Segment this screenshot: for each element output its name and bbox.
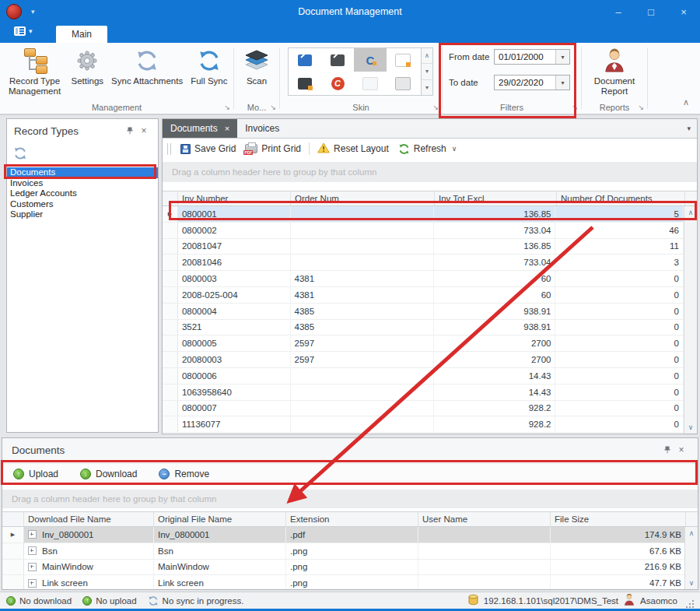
column-header-extension[interactable]: Extension bbox=[286, 512, 418, 526]
scroll-down-icon[interactable]: ∨ bbox=[688, 423, 694, 431]
group-by-panel[interactable]: Drag a column header here to group by th… bbox=[163, 162, 697, 182]
skin-tile-dark-orange-office[interactable] bbox=[289, 72, 321, 95]
pin-icon[interactable] bbox=[660, 446, 674, 454]
cell-order-num[interactable] bbox=[291, 206, 434, 222]
tab-invoices[interactable]: Invoices bbox=[237, 119, 287, 138]
cell-inv-number[interactable]: 0800002 bbox=[178, 223, 291, 238]
cell-inv-number[interactable]: 0800003 bbox=[178, 271, 291, 286]
skin-tile-blue-c-selected[interactable]: C bbox=[354, 48, 387, 72]
table-row[interactable]: ▶ 2008-025-004 4381 60 0 bbox=[163, 287, 684, 304]
to-date-value[interactable]: 29/02/2020 bbox=[495, 75, 555, 90]
cell-order-num[interactable]: 4381 bbox=[291, 271, 434, 286]
vertical-scrollbar[interactable]: ∧ ∨ bbox=[684, 527, 698, 589]
refresh-dropdown-icon[interactable]: ∨ bbox=[452, 145, 457, 153]
cell-user-name[interactable] bbox=[418, 543, 551, 559]
to-date-dropdown-icon[interactable]: ▾ bbox=[555, 75, 569, 90]
record-type-item[interactable]: Customers bbox=[7, 199, 158, 210]
app-menu-button[interactable]: ▾ bbox=[14, 26, 33, 36]
cell-number-of-documents[interactable]: 0 bbox=[555, 287, 684, 303]
cell-inv-number[interactable]: 20080003 bbox=[178, 352, 291, 367]
refresh-record-types-icon[interactable] bbox=[13, 146, 27, 160]
settings-button[interactable]: Settings bbox=[68, 46, 108, 97]
minimize-button[interactable]: – bbox=[602, 0, 635, 23]
cell-original-file-name[interactable]: MainWindow bbox=[154, 560, 286, 575]
cell-order-num[interactable]: 4381 bbox=[291, 287, 434, 303]
quick-access-caret-icon[interactable]: ▾ bbox=[31, 8, 35, 16]
expand-icon[interactable] bbox=[28, 563, 37, 571]
cell-order-num[interactable] bbox=[291, 255, 434, 270]
cell-number-of-documents[interactable]: 11 bbox=[555, 239, 684, 255]
cell-download-file-name[interactable]: Inv_0800001 bbox=[24, 527, 154, 543]
cell-file-size[interactable]: 216.9 KB bbox=[551, 560, 686, 575]
cell-inv-number[interactable]: 0800004 bbox=[178, 304, 291, 319]
cell-inv-tot-excl[interactable]: 2700 bbox=[434, 335, 556, 351]
cell-inv-tot-excl[interactable]: 733.04 bbox=[434, 223, 556, 238]
cell-file-size[interactable]: 47.7 KB bbox=[551, 575, 686, 590]
document-report-button[interactable]: Document Report bbox=[582, 46, 647, 97]
pin-icon[interactable] bbox=[123, 127, 137, 135]
cell-order-num[interactable]: 2597 bbox=[291, 335, 434, 351]
from-date-value[interactable]: 01/01/2000 bbox=[495, 50, 555, 64]
dialog-launcher-icon[interactable]: ↘ bbox=[224, 104, 230, 111]
column-header-inv-number[interactable]: Inv Number bbox=[178, 191, 291, 205]
cell-inv-number[interactable]: 0800007 bbox=[178, 401, 291, 416]
table-row[interactable]: ▶ 0800002 733.04 46 bbox=[163, 223, 684, 239]
upload-button[interactable]: ↑ Upload bbox=[13, 469, 58, 479]
dialog-launcher-icon[interactable]: ↘ bbox=[270, 104, 276, 111]
cell-inv-number[interactable]: 1063958640 bbox=[178, 385, 291, 400]
column-header-number-of-documents[interactable]: Number Of Documents bbox=[557, 191, 685, 205]
scan-button[interactable]: Scan bbox=[240, 46, 274, 87]
record-type-management-button[interactable]: Record Type Management bbox=[2, 46, 68, 97]
table-row[interactable]: ▶ 20081047 136.85 11 bbox=[163, 239, 684, 255]
cell-inv-tot-excl[interactable]: 60 bbox=[434, 287, 556, 303]
scroll-up-icon[interactable]: ∧ bbox=[689, 529, 695, 537]
toolbar-drag-handle[interactable] bbox=[167, 143, 171, 155]
record-type-item[interactable]: Ledger Accounts bbox=[7, 188, 158, 199]
cell-number-of-documents[interactable]: 46 bbox=[555, 223, 684, 238]
close-panel-icon[interactable]: × bbox=[137, 125, 151, 136]
skin-tile-blue-editor[interactable] bbox=[289, 48, 321, 72]
cell-order-num[interactable] bbox=[291, 239, 434, 255]
cell-order-num[interactable] bbox=[291, 416, 434, 432]
table-row[interactable]: ▶ 1063958640 14.43 0 bbox=[163, 385, 684, 401]
dialog-launcher-icon[interactable]: ↘ bbox=[638, 104, 644, 111]
cell-download-file-name[interactable]: MainWindow bbox=[24, 560, 154, 575]
expand-icon[interactable] bbox=[28, 530, 37, 539]
cell-file-size[interactable]: 174.9 KB bbox=[551, 527, 686, 543]
cell-original-file-name[interactable]: Link screen bbox=[154, 575, 286, 590]
maximize-button[interactable]: □ bbox=[635, 0, 667, 23]
app-icon[interactable] bbox=[6, 4, 22, 19]
cell-order-num[interactable] bbox=[291, 368, 434, 384]
tab-close-icon[interactable]: × bbox=[225, 124, 229, 133]
refresh-button[interactable]: Refresh ∨ bbox=[394, 143, 462, 155]
cell-download-file-name[interactable]: Link screen bbox=[24, 575, 154, 590]
scroll-down-icon[interactable]: ∨ bbox=[689, 579, 695, 587]
cell-order-num[interactable] bbox=[291, 401, 434, 416]
dialog-launcher-icon[interactable]: ↘ bbox=[572, 104, 578, 111]
cell-order-num[interactable] bbox=[291, 223, 434, 238]
download-button[interactable]: ↓ Download bbox=[80, 469, 137, 479]
cell-inv-number[interactable]: 2008-025-004 bbox=[178, 287, 291, 303]
cell-inv-tot-excl[interactable]: 14.43 bbox=[434, 385, 556, 400]
skin-tile-white-orange-office[interactable] bbox=[387, 48, 419, 72]
cell-inv-number[interactable]: 20081047 bbox=[178, 239, 291, 255]
skin-tile-red-c[interactable]: C bbox=[321, 72, 354, 95]
cell-inv-tot-excl[interactable]: 938.91 bbox=[434, 304, 556, 319]
full-sync-button[interactable]: Full Sync bbox=[187, 46, 231, 97]
table-row[interactable]: ▶ Link screen Link screen .png 47.7 KB bbox=[2, 575, 698, 590]
record-type-item[interactable]: Invoices bbox=[7, 178, 158, 189]
skin-tile-light-office[interactable] bbox=[354, 72, 387, 95]
reset-layout-button[interactable]: Reset Layout bbox=[313, 142, 394, 156]
from-date-picker[interactable]: 01/01/2000 ▾ bbox=[494, 49, 570, 65]
close-button[interactable]: × bbox=[667, 0, 700, 23]
remove-button[interactable]: − Remove bbox=[159, 469, 209, 479]
column-header-file-size[interactable]: File Size bbox=[551, 512, 686, 526]
cell-extension[interactable]: .png bbox=[286, 543, 418, 559]
dialog-launcher-icon[interactable]: ↘ bbox=[432, 104, 439, 111]
column-header-download-file-name[interactable]: Download File Name bbox=[24, 512, 154, 526]
cell-order-num[interactable] bbox=[291, 385, 434, 400]
table-row[interactable]: ▶ Bsn Bsn .png 67.6 KB bbox=[2, 543, 698, 560]
skin-tile-gray-office[interactable] bbox=[387, 72, 419, 95]
table-row[interactable]: ▶ 0800003 4381 60 0 bbox=[163, 271, 684, 287]
column-header-inv-tot-excl[interactable]: Inv Tot Excl bbox=[435, 191, 557, 205]
